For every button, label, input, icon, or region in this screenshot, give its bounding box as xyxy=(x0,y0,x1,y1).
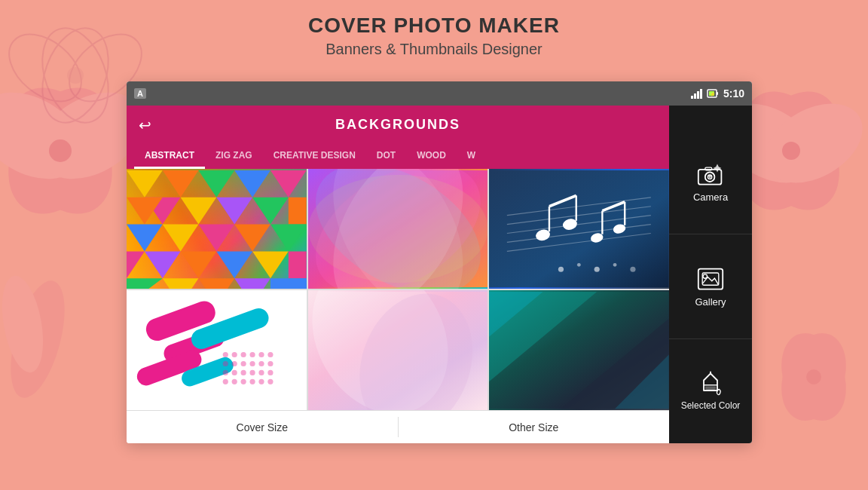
status-right: ⚡ 5:10 xyxy=(691,87,744,100)
camera-icon xyxy=(697,161,724,188)
svg-point-56 xyxy=(308,175,488,283)
svg-marker-44 xyxy=(127,252,145,279)
grid-cell-2[interactable] xyxy=(308,169,488,289)
svg-marker-41 xyxy=(181,252,217,279)
svg-point-100 xyxy=(258,370,264,375)
svg-marker-27 xyxy=(234,170,270,198)
gallery-icon xyxy=(697,266,724,293)
status-time: 5:10 xyxy=(723,87,744,100)
signal-icon xyxy=(691,89,702,99)
svg-point-19 xyxy=(0,273,50,376)
top-bar: ↩ BACKGROUNDS xyxy=(127,106,669,144)
svg-point-16 xyxy=(770,324,857,430)
svg-point-98 xyxy=(241,370,246,375)
svg-marker-47 xyxy=(163,278,199,289)
back-button[interactable]: ↩ xyxy=(139,116,151,134)
svg-marker-34 xyxy=(289,198,307,225)
svg-rect-78 xyxy=(127,292,307,409)
svg-point-15 xyxy=(770,324,857,430)
tab-abstract[interactable]: ABSTRACT xyxy=(134,144,205,169)
svg-marker-46 xyxy=(127,278,163,289)
svg-point-123 xyxy=(703,274,707,277)
tabs-bar: ABSTRACT ZIG ZAG CREATIVE DESIGN DOT WOO… xyxy=(127,144,669,169)
svg-text:⚡: ⚡ xyxy=(710,91,716,97)
svg-point-76 xyxy=(613,263,617,267)
svg-point-94 xyxy=(258,361,264,366)
svg-point-90 xyxy=(223,361,228,366)
svg-marker-42 xyxy=(216,252,252,279)
svg-point-4 xyxy=(49,139,72,162)
svg-point-92 xyxy=(241,361,246,366)
svg-marker-32 xyxy=(216,198,252,225)
grid-cell-4[interactable] xyxy=(127,290,307,410)
grid-cell-1[interactable] xyxy=(127,169,307,289)
svg-point-0 xyxy=(0,69,133,232)
svg-rect-120 xyxy=(705,167,712,170)
page-title: COVER PHOTO MAKER xyxy=(0,14,868,38)
svg-marker-39 xyxy=(270,225,307,252)
tab-zigzag[interactable]: ZIG ZAG xyxy=(205,144,263,169)
svg-point-13 xyxy=(751,87,868,199)
status-bar: A ⚡ 5:10 xyxy=(127,81,752,106)
svg-marker-50 xyxy=(270,278,307,289)
svg-point-101 xyxy=(267,370,273,375)
right-panel: Camera Gallery xyxy=(669,106,752,443)
gallery-label: Gallery xyxy=(695,296,726,308)
svg-marker-35 xyxy=(127,225,163,252)
svg-point-107 xyxy=(267,379,273,384)
page-header: COVER PHOTO MAKER Banners & Thumbnails D… xyxy=(0,14,868,58)
svg-point-96 xyxy=(223,370,228,375)
svg-marker-36 xyxy=(163,225,199,252)
other-size-button[interactable]: Other Size xyxy=(399,411,670,443)
svg-marker-37 xyxy=(198,225,234,252)
svg-point-105 xyxy=(249,379,255,384)
svg-point-1 xyxy=(0,69,133,232)
battery-icon: ⚡ xyxy=(707,87,719,100)
svg-point-73 xyxy=(558,267,564,272)
camera-button[interactable]: Camera xyxy=(669,130,752,234)
svg-point-89 xyxy=(267,352,273,357)
svg-point-77 xyxy=(631,267,636,272)
status-a-icon: A xyxy=(134,88,146,99)
tab-w[interactable]: W xyxy=(457,144,486,169)
svg-marker-38 xyxy=(234,225,270,252)
page-subtitle: Banners & Thumbnails Designer xyxy=(0,41,868,58)
tab-wood[interactable]: WOOD xyxy=(406,144,457,169)
svg-point-103 xyxy=(232,379,237,384)
svg-point-106 xyxy=(258,379,264,384)
selected-color-label: Selected Color xyxy=(681,400,741,412)
grid-cell-5[interactable] xyxy=(308,290,488,410)
svg-marker-33 xyxy=(252,198,289,225)
svg-point-75 xyxy=(594,267,600,272)
status-left: A xyxy=(134,88,146,99)
svg-point-87 xyxy=(249,352,255,357)
svg-marker-49 xyxy=(234,278,270,289)
svg-point-18 xyxy=(0,275,75,403)
svg-marker-25 xyxy=(163,170,199,198)
grid-cell-6[interactable] xyxy=(489,290,669,410)
svg-point-14 xyxy=(782,142,800,160)
svg-point-93 xyxy=(249,361,255,366)
grid-cell-3[interactable] xyxy=(489,169,669,289)
tab-creative-design[interactable]: CREATIVE DESIGN xyxy=(263,144,366,169)
svg-marker-24 xyxy=(127,170,163,198)
svg-marker-43 xyxy=(252,252,289,279)
phone-mockup: A ⚡ 5:10 ↩ BACKGROUNDS xyxy=(127,81,752,443)
selected-color-button[interactable]: Selected Color xyxy=(669,339,752,443)
svg-point-88 xyxy=(258,352,264,357)
gallery-button[interactable]: Gallery xyxy=(669,234,752,339)
svg-point-102 xyxy=(223,379,228,384)
svg-point-86 xyxy=(241,352,246,357)
svg-point-2 xyxy=(0,75,98,197)
svg-rect-21 xyxy=(717,92,718,95)
tab-dot[interactable]: DOT xyxy=(366,144,406,169)
svg-point-74 xyxy=(577,263,581,267)
svg-marker-28 xyxy=(270,170,307,198)
cover-size-button[interactable]: Cover Size xyxy=(127,411,398,443)
svg-marker-40 xyxy=(145,252,181,279)
app-content: ↩ BACKGROUNDS ABSTRACT ZIG ZAG CREATIVE … xyxy=(127,106,752,443)
camera-label: Camera xyxy=(693,191,728,203)
svg-point-95 xyxy=(267,361,273,366)
top-bar-title: BACKGROUNDS xyxy=(335,117,460,133)
left-panel: ↩ BACKGROUNDS ABSTRACT ZIG ZAG CREATIVE … xyxy=(127,106,669,443)
